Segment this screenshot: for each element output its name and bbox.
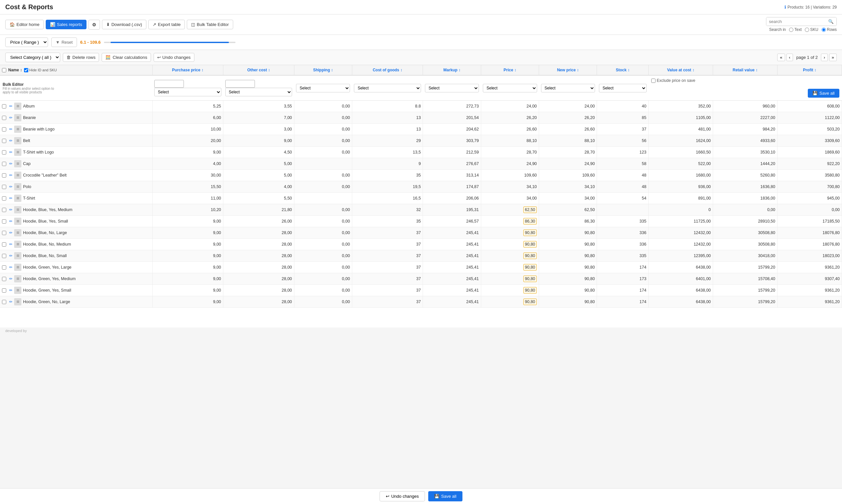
row-checkbox[interactable] bbox=[2, 277, 6, 281]
price-range-select[interactable]: Price ( Range ) bbox=[5, 37, 48, 47]
row-checkbox[interactable] bbox=[2, 162, 6, 166]
edit-icon[interactable]: ✏ bbox=[9, 265, 13, 270]
bulk-editor-desc: Fill in values and/or select option to a… bbox=[3, 87, 62, 94]
edit-icon[interactable]: ✏ bbox=[9, 104, 13, 108]
edit-icon[interactable]: ✏ bbox=[9, 127, 13, 131]
col-header-profit[interactable]: Profit ↕ bbox=[777, 65, 842, 75]
row-checkbox[interactable] bbox=[2, 300, 6, 304]
exclude-price-checkbox[interactable] bbox=[651, 78, 656, 83]
col-header-purchase-price[interactable]: Purchase price ↕ bbox=[152, 65, 223, 75]
delete-rows-btn[interactable]: 🗑 Delete rows bbox=[63, 53, 99, 62]
row-checkbox[interactable] bbox=[2, 116, 6, 120]
search-submit-btn[interactable]: 🔍 bbox=[826, 17, 837, 26]
cell-pp: 9,00 bbox=[152, 147, 223, 158]
table-row: ✏ 🖼 Hoodie, Blue, Yes, Medium 10,20 21,8… bbox=[0, 204, 842, 216]
row-checkbox[interactable] bbox=[2, 139, 6, 143]
cell-mu: 204,62 bbox=[423, 124, 481, 135]
save-all-btn[interactable]: 💾 Save all bbox=[808, 89, 839, 98]
reset-filter-btn[interactable]: ▼ Reset bbox=[51, 37, 77, 47]
edit-icon[interactable]: ✏ bbox=[9, 231, 13, 235]
bulk-pp-input[interactable] bbox=[154, 80, 184, 88]
edit-icon[interactable]: ✏ bbox=[9, 300, 13, 304]
bulk-st-select[interactable]: Select bbox=[599, 84, 647, 92]
edit-icon[interactable]: ✏ bbox=[9, 196, 13, 201]
range-slider-container[interactable] bbox=[104, 39, 235, 46]
row-checkbox[interactable] bbox=[2, 127, 6, 131]
search-sku-option[interactable]: SKU bbox=[805, 27, 818, 32]
cell-mu: 245,41 bbox=[423, 273, 481, 285]
row-checkbox[interactable] bbox=[2, 208, 6, 212]
exclude-price-label[interactable]: Exclude price on save bbox=[651, 78, 839, 83]
edit-icon[interactable]: ✏ bbox=[9, 276, 13, 281]
row-checkbox[interactable] bbox=[2, 104, 6, 108]
bulk-pp-select[interactable]: Select bbox=[154, 88, 221, 96]
category-select[interactable]: Select Category ( all ) bbox=[5, 53, 60, 62]
download-csv-btn[interactable]: ⬇ Download (.csv) bbox=[102, 20, 146, 29]
bulk-mu-select[interactable]: Select bbox=[425, 84, 479, 92]
search-input[interactable] bbox=[766, 17, 826, 26]
col-header-price[interactable]: Price ↕ bbox=[481, 65, 539, 75]
bulk-editor-title: Bulk Editor bbox=[3, 82, 150, 87]
edit-icon[interactable]: ✏ bbox=[9, 288, 13, 293]
edit-icon[interactable]: ✏ bbox=[9, 242, 13, 247]
search-text-option[interactable]: Text bbox=[789, 27, 802, 32]
col-header-new-price[interactable]: New price ↕ bbox=[539, 65, 597, 75]
row-checkbox[interactable] bbox=[2, 231, 6, 235]
page-next-btn[interactable]: › bbox=[821, 54, 827, 61]
row-checkbox[interactable] bbox=[2, 288, 6, 293]
row-checkbox[interactable] bbox=[2, 242, 6, 247]
edit-icon[interactable]: ✏ bbox=[9, 208, 13, 212]
select-all-checkbox[interactable] bbox=[2, 68, 6, 72]
hide-id-sku-label[interactable]: Hide ID and SKU bbox=[24, 68, 57, 72]
export-icon: ↗ bbox=[153, 22, 156, 27]
col-header-cost-of-goods[interactable]: Cost of goods ↕ bbox=[352, 65, 423, 75]
col-header-shipping[interactable]: Shipping ↕ bbox=[294, 65, 352, 75]
cell-price: 34,00 bbox=[481, 193, 539, 204]
page-last-btn[interactable]: » bbox=[829, 54, 837, 61]
edit-icon[interactable]: ✏ bbox=[9, 161, 13, 166]
bulk-oc-input[interactable] bbox=[225, 80, 255, 88]
row-checkbox[interactable] bbox=[2, 150, 6, 155]
edit-icon[interactable]: ✏ bbox=[9, 184, 13, 189]
col-header-other-cost[interactable]: Other cost ↕ bbox=[223, 65, 294, 75]
edit-icon[interactable]: ✏ bbox=[9, 139, 13, 143]
row-checkbox[interactable] bbox=[2, 185, 6, 189]
cell-sh: 0,00 bbox=[294, 227, 352, 239]
bulk-np-select[interactable]: Select bbox=[541, 84, 595, 92]
col-header-stock[interactable]: Stock ↕ bbox=[597, 65, 649, 75]
edit-icon[interactable]: ✏ bbox=[9, 253, 13, 258]
cell-sh: 0,00 bbox=[294, 216, 352, 227]
sales-reports-btn[interactable]: 📊 Sales reports bbox=[46, 20, 87, 29]
undo-changes-btn[interactable]: ↩ Undo changes bbox=[154, 53, 194, 62]
col-header-markup[interactable]: Markup ↕ bbox=[423, 65, 481, 75]
bulk-oc-select[interactable]: Select bbox=[225, 88, 292, 96]
bulk-table-editor-btn[interactable]: ◫ Bulk Table Editor bbox=[187, 20, 233, 29]
row-checkbox[interactable] bbox=[2, 219, 6, 223]
hide-id-sku-checkbox[interactable] bbox=[24, 68, 28, 72]
bulk-sh-select[interactable]: Select bbox=[296, 84, 350, 92]
row-checkbox[interactable] bbox=[2, 254, 6, 258]
edit-icon[interactable]: ✏ bbox=[9, 173, 13, 178]
row-checkbox[interactable] bbox=[2, 173, 6, 178]
col-header-value-at-cost[interactable]: Value at cost ↕ bbox=[649, 65, 713, 75]
page-prev-btn[interactable]: ‹ bbox=[786, 54, 793, 61]
cell-oc: 5,00 bbox=[223, 170, 294, 181]
bulk-cog-select[interactable]: Select bbox=[354, 84, 421, 92]
cell-rv: 15799,20 bbox=[713, 285, 777, 296]
edit-icon[interactable]: ✏ bbox=[9, 150, 13, 155]
edit-icon[interactable]: ✏ bbox=[9, 115, 13, 120]
bulk-pr-select[interactable]: Select bbox=[483, 84, 537, 92]
page-first-btn[interactable]: « bbox=[777, 54, 785, 61]
settings-btn[interactable]: ⚙ bbox=[88, 20, 100, 30]
editor-home-btn[interactable]: 🏠 Editor home bbox=[5, 20, 44, 29]
row-checkbox[interactable] bbox=[2, 265, 6, 270]
cell-oc: 3,55 bbox=[223, 101, 294, 112]
export-table-btn[interactable]: ↗ Export table bbox=[148, 20, 185, 29]
table-row: ✏ 🖼 Belt 20,00 9,00 0,00 29 303,79 88,10… bbox=[0, 135, 842, 147]
row-checkbox[interactable] bbox=[2, 196, 6, 201]
edit-icon[interactable]: ✏ bbox=[9, 219, 13, 223]
clear-calculations-btn[interactable]: 🧮 Clear calculations bbox=[102, 53, 151, 62]
col-header-retail-value[interactable]: Retail value ↕ bbox=[713, 65, 777, 75]
search-rows-option[interactable]: Rows bbox=[822, 27, 837, 32]
price-value: 62,50 bbox=[523, 206, 537, 213]
